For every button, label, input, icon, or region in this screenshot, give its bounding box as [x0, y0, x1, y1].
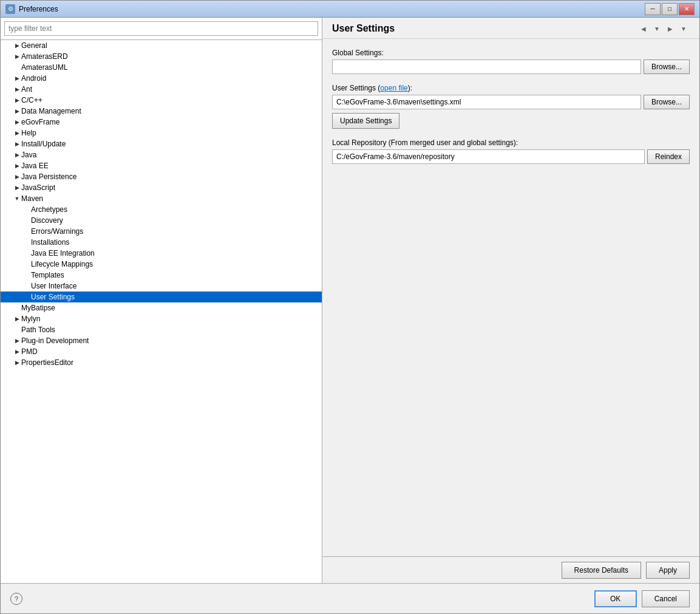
tree-item-path-tools[interactable]: Path Tools: [1, 324, 322, 335]
tree-item-templates[interactable]: Templates: [1, 270, 322, 281]
tree-item-maven[interactable]: ▼Maven: [1, 193, 322, 204]
global-settings-label: Global Settings:: [332, 49, 690, 57]
tree-item-java-persistence[interactable]: ▶Java Persistence: [1, 171, 322, 182]
tree-label-help: Help: [21, 129, 36, 137]
global-settings-browse-button[interactable]: Browse...: [644, 60, 690, 74]
tree-label-mylyn: Mylyn: [21, 315, 40, 323]
tree-label-maven: Maven: [21, 194, 43, 203]
expand-icon-java-persistence: ▶: [13, 172, 21, 181]
preferences-window: ⚙ Preferences ─ □ ✕ ▶General▶AmaterasERD…: [0, 0, 700, 614]
close-button[interactable]: ✕: [679, 3, 695, 15]
tree-item-egovframe[interactable]: ▶eGovFrame: [1, 117, 322, 128]
tree-label-data-management: Data Management: [21, 107, 81, 115]
expand-icon-egovframe: ▶: [13, 118, 21, 126]
expand-icon-user-interface: [22, 282, 31, 290]
tree-label-plugin-development: Plug-in Development: [21, 336, 89, 345]
expand-icon-ant: ▶: [13, 85, 21, 94]
tree-item-lifecycle-mappings[interactable]: Lifecycle Mappings: [1, 259, 322, 270]
restore-defaults-button[interactable]: Restore Defaults: [562, 562, 641, 579]
nav-back-dropdown-button[interactable]: ▼: [651, 22, 663, 35]
expand-icon-errors-warnings: [22, 227, 31, 236]
tree-item-plugin-development[interactable]: ▶Plug-in Development: [1, 335, 322, 346]
expand-icon-data-management: ▶: [13, 107, 21, 115]
tree-item-help[interactable]: ▶Help: [1, 128, 322, 138]
cancel-button[interactable]: Cancel: [642, 590, 690, 607]
tree-label-properties-editor: PropertiesEditor: [21, 358, 73, 367]
expand-icon-javascript: ▶: [13, 183, 21, 192]
titlebar-buttons: ─ □ ✕: [645, 3, 695, 15]
reindex-button[interactable]: Reindex: [647, 149, 690, 164]
tree-label-pmd: PMD: [21, 347, 38, 356]
tree-item-mylyn[interactable]: ▶Mylyn: [1, 313, 322, 324]
tree-item-java-ee-integration[interactable]: Java EE Integration: [1, 248, 322, 259]
user-settings-browse-button[interactable]: Browse...: [644, 95, 690, 109]
nav-forward-dropdown-button[interactable]: ▼: [678, 22, 690, 35]
tree-item-discovery[interactable]: Discovery: [1, 215, 322, 226]
tree-label-templates: Templates: [31, 271, 64, 279]
nav-forward-button[interactable]: ▶: [664, 22, 676, 35]
tree-item-installations[interactable]: Installations: [1, 237, 322, 248]
tree-label-install-update: Install/Update: [21, 140, 66, 148]
expand-icon-pmd: ▶: [13, 347, 21, 356]
tree-item-properties-editor[interactable]: ▶PropertiesEditor: [1, 357, 322, 368]
expand-icon-path-tools: [13, 326, 21, 334]
global-settings-input[interactable]: [332, 60, 641, 74]
tree-label-installations: Installations: [31, 238, 69, 247]
tree-item-pmd[interactable]: ▶PMD: [1, 346, 322, 357]
update-settings-button[interactable]: Update Settings: [332, 113, 399, 129]
filter-bar: [1, 18, 322, 40]
local-repo-input[interactable]: [332, 149, 645, 164]
window-title: Preferences: [19, 5, 645, 13]
expand-icon-amateraserd: ▶: [13, 52, 21, 61]
tree-label-java-ee: Java EE: [21, 162, 49, 170]
tree-item-user-interface[interactable]: User Interface: [1, 281, 322, 292]
help-icon[interactable]: ?: [10, 593, 22, 605]
tree-label-archetypes: Archetypes: [31, 205, 67, 214]
tree-item-android[interactable]: ▶Android: [1, 73, 322, 84]
minimize-button[interactable]: ─: [645, 3, 661, 15]
expand-icon-templates: [22, 271, 31, 279]
tree-item-mybatipse[interactable]: MyBatipse: [1, 302, 322, 313]
tree-item-ant[interactable]: ▶Ant: [1, 84, 322, 95]
maximize-button[interactable]: □: [662, 3, 678, 15]
tree-label-user-interface: User Interface: [31, 282, 76, 290]
expand-icon-lifecycle-mappings: [22, 260, 31, 268]
expand-icon-amaterasuml: [13, 63, 21, 72]
expand-icon-android: ▶: [13, 74, 21, 83]
right-body: Global Settings: Browse... User Settings…: [322, 39, 699, 556]
bottom-bar: Restore Defaults Apply: [322, 556, 699, 583]
tree-item-install-update[interactable]: ▶Install/Update: [1, 138, 322, 149]
filter-input[interactable]: [4, 21, 318, 36]
tree-item-general[interactable]: ▶General: [1, 40, 322, 51]
user-settings-input[interactable]: [332, 95, 641, 109]
left-panel: ▶General▶AmaterasERDAmaterasUML▶Android▶…: [1, 18, 322, 583]
tree-item-javascript[interactable]: ▶JavaScript: [1, 182, 322, 193]
expand-icon-mylyn: ▶: [13, 315, 21, 323]
tree-item-user-settings[interactable]: User Settings: [1, 292, 322, 302]
tree-label-java: Java: [21, 151, 36, 159]
right-panel-title: User Settings: [332, 23, 395, 34]
user-settings-group: User Settings (open file): Browse... Upd…: [332, 84, 690, 129]
tree-item-archetypes[interactable]: Archetypes: [1, 204, 322, 215]
tree-label-android: Android: [21, 74, 46, 83]
tree-item-data-management[interactable]: ▶Data Management: [1, 106, 322, 117]
expand-icon-user-settings: [22, 293, 31, 301]
tree-item-cpp[interactable]: ▶C/C++: [1, 95, 322, 106]
tree-item-java[interactable]: ▶Java: [1, 149, 322, 160]
ok-button[interactable]: OK: [594, 590, 637, 607]
tree-item-java-ee[interactable]: ▶Java EE: [1, 160, 322, 171]
app-icon: ⚙: [5, 4, 15, 14]
expand-icon-general: ▶: [13, 41, 21, 50]
tree-item-errors-warnings[interactable]: Errors/Warnings: [1, 226, 322, 237]
tree-label-general: General: [21, 41, 47, 50]
apply-button[interactable]: Apply: [646, 562, 690, 579]
tree-container[interactable]: ▶General▶AmaterasERDAmaterasUML▶Android▶…: [1, 40, 322, 583]
local-repo-label: Local Repository (From merged user and g…: [332, 138, 690, 147]
tree-item-amaterasuml[interactable]: AmaterasUML: [1, 62, 322, 73]
tree-item-amateraserd[interactable]: ▶AmaterasERD: [1, 51, 322, 62]
nav-back-button[interactable]: ◀: [637, 22, 650, 35]
tree-label-java-ee-integration: Java EE Integration: [31, 249, 95, 258]
nav-buttons: ◀ ▼ ▶ ▼: [637, 22, 690, 35]
expand-icon-maven: ▼: [13, 194, 21, 203]
open-file-link[interactable]: open file: [380, 84, 407, 92]
